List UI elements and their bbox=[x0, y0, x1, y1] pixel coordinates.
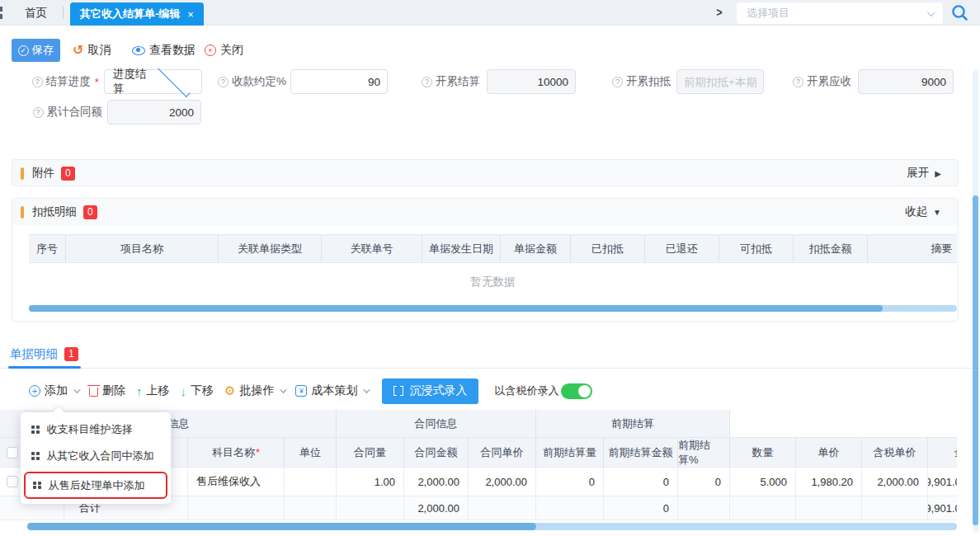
cell-prev-pct: 0 bbox=[678, 468, 730, 496]
move-up-button[interactable]: ↑ 上移 bbox=[136, 383, 170, 398]
clipped-tab-icon bbox=[0, 7, 4, 19]
section-marker bbox=[21, 206, 24, 219]
cell bbox=[730, 496, 796, 520]
total-contract-amount: 2,000.00 bbox=[404, 496, 469, 520]
col-header: 已退还 bbox=[645, 235, 719, 262]
add-button[interactable]: + 添加 bbox=[29, 383, 78, 398]
cell-unit-price: 1,980.20 bbox=[796, 468, 862, 496]
undo-icon: ↺ bbox=[73, 45, 83, 56]
scrollbar-thumb[interactable] bbox=[973, 195, 978, 525]
search-icon[interactable] bbox=[950, 3, 969, 25]
scrollbar-thumb[interactable] bbox=[27, 523, 536, 530]
menu-item-from-aftersales-order[interactable]: 从售后处理单中添加 bbox=[26, 473, 166, 497]
tax-toggle-label: 以含税价录入 bbox=[494, 383, 558, 398]
tax-included-toggle[interactable] bbox=[561, 383, 592, 399]
cum-receivable-label: ? 开累应收 bbox=[782, 69, 851, 94]
cell-prev-amount: 0 bbox=[604, 468, 678, 496]
help-icon: ? bbox=[33, 107, 44, 118]
tab-separator bbox=[63, 7, 64, 19]
col-header: 摘要 bbox=[868, 235, 957, 262]
move-down-button[interactable]: ↓ 下移 bbox=[181, 383, 214, 398]
cell bbox=[862, 496, 928, 520]
help-icon: ? bbox=[793, 77, 803, 87]
tab-active-label: 其它收入结算单-编辑 bbox=[80, 7, 180, 21]
close-button[interactable]: × 关闭 bbox=[205, 39, 243, 62]
col-header: 序号 bbox=[29, 235, 66, 262]
settle-progress-label: ? 结算进度 * bbox=[13, 69, 99, 94]
arrow-down-icon: ↓ bbox=[181, 384, 187, 398]
total-amount: 9,901.00 bbox=[928, 496, 957, 520]
detail-count-badge: 1 bbox=[64, 347, 78, 361]
cum-settle-label: ? 开累结算 bbox=[412, 69, 480, 94]
expand-arrow-icon: ▶ bbox=[935, 169, 941, 178]
deduction-hscrollbar[interactable] bbox=[29, 305, 957, 312]
chevron-down-icon bbox=[364, 386, 370, 393]
view-data-button[interactable]: 查看数据 bbox=[132, 39, 196, 62]
gear-icon: ⚙ bbox=[224, 383, 235, 398]
deduction-table-header: 序号 项目名称 关联单据类型 关联单号 单据发生日期 单据金额 已扣抵 已退还 … bbox=[29, 234, 957, 263]
cell-unit bbox=[285, 468, 337, 496]
help-icon: ? bbox=[32, 77, 43, 87]
detail-toolbar: + 添加 删除 ↑ 上移 ↓ 下移 ⚙ 批操作 ¥ 成本策划 沉浸式录入 bbox=[29, 378, 592, 404]
required-mark: * bbox=[256, 446, 260, 458]
detail-hscrollbar[interactable] bbox=[27, 523, 957, 530]
cell-contract-qty: 1.00 bbox=[337, 468, 404, 496]
tab-divider bbox=[0, 368, 980, 369]
project-select-placeholder: 选择项目 bbox=[747, 6, 927, 21]
active-tab-underline bbox=[8, 366, 81, 369]
check-circle-icon: ✓ bbox=[18, 45, 29, 56]
highlight-red-box: 从售后处理单中添加 bbox=[24, 472, 167, 499]
grid-icon bbox=[33, 482, 41, 490]
scrollbar-thumb[interactable] bbox=[29, 305, 883, 312]
col-header: 关联单据类型 bbox=[219, 235, 322, 262]
trash-icon bbox=[89, 388, 98, 397]
chevron-down-icon bbox=[73, 386, 80, 393]
help-icon: ? bbox=[218, 77, 229, 87]
detail-tab-label: 单据明细 bbox=[10, 346, 58, 362]
select-all-checkbox[interactable] bbox=[7, 447, 18, 458]
deduction-collapse-button[interactable]: 收起 ▼ bbox=[905, 205, 941, 219]
cell bbox=[469, 496, 536, 520]
col-header: 单价 bbox=[796, 438, 862, 468]
chevron-down-icon bbox=[927, 8, 935, 16]
cell-contract-amount: 2,000.00 bbox=[404, 468, 469, 496]
group-header-empty bbox=[730, 410, 957, 438]
view-data-label: 查看数据 bbox=[149, 43, 196, 58]
toggle-knob bbox=[578, 385, 591, 397]
cell-tax-unit-price: 2,000.00 bbox=[862, 468, 928, 496]
tab-close-icon[interactable]: × bbox=[187, 8, 194, 21]
deduction-title: 扣抵明细 bbox=[32, 205, 77, 219]
batch-ops-button[interactable]: ⚙ 批操作 bbox=[224, 383, 285, 398]
menu-item-from-other-income-contract[interactable]: 从其它收入合同中添加 bbox=[21, 443, 171, 469]
immersive-entry-button[interactable]: 沉浸式录入 bbox=[382, 378, 478, 404]
collapse-panel-chevron-icon[interactable]: > bbox=[713, 4, 726, 21]
section-marker bbox=[21, 167, 24, 180]
attachments-header: 附件 0 展开 ▶ bbox=[12, 160, 958, 186]
tab-detail[interactable]: 单据明细 1 bbox=[10, 346, 78, 362]
delete-button[interactable]: 删除 bbox=[89, 383, 125, 398]
payment-pct-input[interactable] bbox=[290, 69, 388, 94]
deduction-header: 扣抵明细 0 收起 ▼ bbox=[12, 199, 958, 225]
page-vscrollbar[interactable] bbox=[973, 70, 978, 532]
deduction-count-badge: 0 bbox=[83, 205, 97, 219]
cancel-button[interactable]: ↺ 取消 bbox=[73, 39, 111, 62]
settle-progress-select[interactable]: 进度结算 bbox=[104, 69, 202, 94]
settle-progress-value: 进度结算 bbox=[113, 67, 153, 96]
cell-subject-name: 售后维保收入 bbox=[188, 468, 285, 496]
project-select[interactable]: 选择项目 bbox=[737, 2, 943, 24]
cum-deduct-input bbox=[676, 69, 764, 94]
attachments-expand-button[interactable]: 展开 ▶ bbox=[907, 166, 941, 181]
tab-active-edit[interactable]: 其它收入结算单-编辑 × bbox=[70, 2, 204, 26]
cost-plan-button[interactable]: ¥ 成本策划 bbox=[295, 383, 368, 398]
tab-home[interactable]: 首页 bbox=[15, 0, 57, 26]
row-checkbox[interactable] bbox=[7, 476, 18, 487]
tab-bar: 首页 其它收入结算单-编辑 × > 选择项目 bbox=[0, 0, 980, 26]
total-prev-amount: 0 bbox=[604, 496, 678, 520]
col-header: 前期结算量 bbox=[536, 438, 604, 468]
col-header: 单据金额 bbox=[501, 235, 571, 262]
save-button[interactable]: ✓ 保存 bbox=[12, 39, 60, 62]
col-header: 前期结算金额 bbox=[604, 438, 678, 468]
cum-contract-label: ? 累计合同额 bbox=[13, 100, 102, 125]
menu-item-subject-maintain[interactable]: 收支科目维护选择 bbox=[21, 416, 171, 443]
col-header: 合同单价 bbox=[469, 438, 536, 468]
